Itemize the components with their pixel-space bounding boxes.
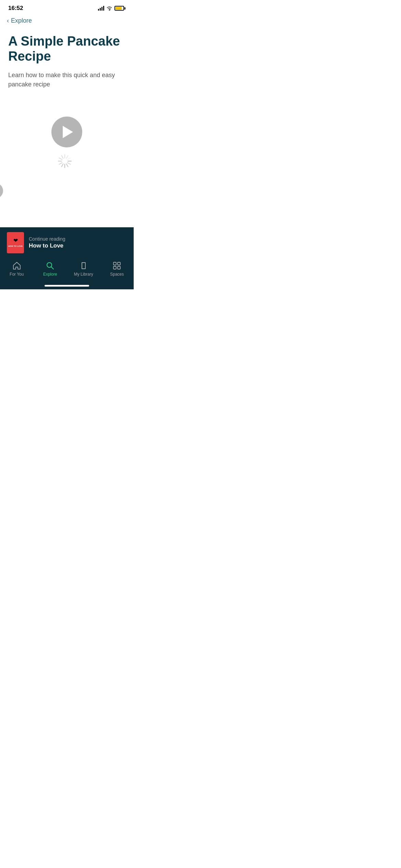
tab-explore-label: Explore xyxy=(43,272,57,277)
continue-book-title: How to Love xyxy=(29,242,65,249)
status-time: 16:52 xyxy=(8,5,23,12)
scrubber-circle[interactable] xyxy=(0,183,3,198)
back-chevron-icon: ‹ xyxy=(7,17,9,24)
home-icon xyxy=(12,261,22,270)
back-navigation[interactable]: ‹ Explore xyxy=(0,14,134,28)
wifi-icon xyxy=(106,6,112,11)
library-icon xyxy=(79,261,88,270)
page-title: A Simple Pancake Recipe xyxy=(8,34,125,64)
play-button[interactable] xyxy=(51,117,82,147)
tab-my-library-label: My Library xyxy=(74,272,93,277)
continue-label: Continue reading xyxy=(29,236,65,242)
book-cover-title: HOW TO LOVE xyxy=(8,244,24,248)
tab-for-you-label: For You xyxy=(10,272,24,277)
main-content: A Simple Pancake Recipe Learn how to mak… xyxy=(0,28,134,227)
loading-spinner xyxy=(62,156,72,166)
back-label: Explore xyxy=(11,17,32,24)
page-description: Learn how to make this quick and easy pa… xyxy=(8,71,125,89)
svg-line-2 xyxy=(51,267,54,269)
spaces-icon xyxy=(112,261,122,270)
search-icon xyxy=(45,261,55,270)
book-cover: ❤ HOW TO LOVE xyxy=(7,232,24,253)
home-indicator xyxy=(0,284,134,289)
signal-icon xyxy=(98,6,104,11)
svg-rect-4 xyxy=(118,262,120,265)
svg-point-0 xyxy=(109,10,110,11)
status-bar: 16:52 xyxy=(0,0,134,14)
video-container xyxy=(8,103,125,205)
svg-rect-3 xyxy=(113,262,116,265)
svg-rect-6 xyxy=(118,266,120,269)
svg-rect-5 xyxy=(113,266,116,269)
tab-bar: For You Explore My Library xyxy=(0,257,134,284)
tab-my-library[interactable]: My Library xyxy=(72,261,96,277)
tab-spaces-label: Spaces xyxy=(110,272,124,277)
play-icon xyxy=(63,126,73,138)
tab-explore[interactable]: Explore xyxy=(38,261,62,277)
status-icons xyxy=(98,6,125,11)
battery-icon xyxy=(114,6,125,11)
continue-reading-bar[interactable]: ❤ HOW TO LOVE Continue reading How to Lo… xyxy=(0,227,134,257)
home-indicator-bar xyxy=(45,285,89,287)
tab-spaces[interactable]: Spaces xyxy=(105,261,129,277)
book-cover-heart-icon: ❤ xyxy=(13,237,18,244)
tab-for-you[interactable]: For You xyxy=(5,261,29,277)
continue-reading-text: Continue reading How to Love xyxy=(29,236,65,249)
